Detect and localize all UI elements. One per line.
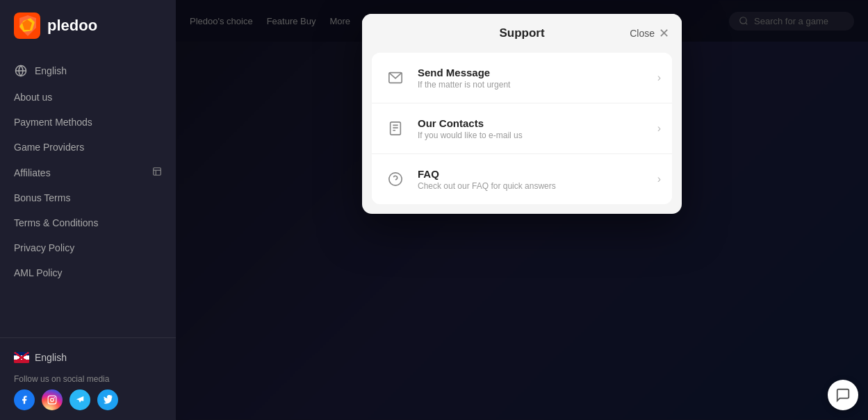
sidebar-item-label-game-providers: Game Providers [14,142,84,153]
telegram-icon[interactable] [69,389,90,410]
sidebar: pledoo English About us Payment Methods … [0,0,176,420]
send-message-subtitle: If the matter is not urgent [418,80,648,90]
mail-icon [383,65,408,90]
faq-content: FAQ Check out our FAQ for quick answers [418,168,648,191]
sidebar-footer: English Follow us on social media [0,337,176,420]
logo-icon [14,12,40,39]
sidebar-item-label-aml-policy: AML Policy [14,267,63,278]
support-faq[interactable]: FAQ Check out our FAQ for quick answers … [372,154,672,204]
twitter-icon[interactable] [97,389,118,410]
svg-point-10 [51,398,54,402]
sidebar-nav: English About us Payment Methods Game Pr… [0,51,176,337]
close-icon: ✕ [659,26,669,41]
document-icon [383,116,408,141]
sidebar-item-label-payment-methods: Payment Methods [14,117,92,128]
logo-text: pledoo [47,17,97,35]
sidebar-item-label-terms-conditions: Terms & Conditions [14,217,98,228]
svg-point-19 [389,173,402,185]
sidebar-item-label-about-us: About us [14,92,52,103]
send-message-content: Send Message If the matter is not urgent [418,67,648,90]
chat-icon [835,387,851,403]
modal-title: Support [499,26,544,40]
sidebar-item-game-providers[interactable]: Game Providers [0,135,176,160]
sidebar-language-label: English [35,352,67,363]
sidebar-item-english[interactable]: English [0,57,176,85]
sidebar-item-payment-methods[interactable]: Payment Methods [0,110,176,135]
svg-rect-9 [48,396,56,404]
flag-icon-uk [14,352,29,363]
support-our-contacts[interactable]: Our Contacts If you would like to e-mail… [372,103,672,154]
modal-close-button[interactable]: Close ✕ [630,26,669,41]
sidebar-logo[interactable]: pledoo [0,0,176,51]
svg-rect-6 [154,168,161,176]
our-contacts-subtitle: If you would like to e-mail us [418,131,648,140]
send-message-title: Send Message [418,67,648,78]
support-modal: Support Close ✕ Send Message If the matt… [362,14,682,214]
sidebar-item-affiliates[interactable]: Affiliates [0,160,176,185]
affiliates-badge [152,167,162,178]
faq-subtitle: Check out our FAQ for quick answers [418,181,648,191]
faq-title: FAQ [418,168,648,180]
sidebar-item-label-affiliates: Affiliates [14,167,51,178]
modal-close-label: Close [630,28,655,39]
svg-point-11 [54,397,55,398]
our-contacts-arrow: › [657,122,661,135]
modal-backdrop: Support Close ✕ Send Message If the matt… [176,0,868,420]
send-message-arrow: › [657,72,661,84]
sidebar-item-terms-conditions[interactable]: Terms & Conditions [0,210,176,235]
sidebar-item-bonus-terms[interactable]: Bonus Terms [0,185,176,210]
faq-arrow: › [657,173,661,185]
sidebar-item-privacy-policy[interactable]: Privacy Policy [0,235,176,260]
our-contacts-title: Our Contacts [418,117,648,129]
svg-rect-15 [391,122,401,135]
sidebar-item-about-us[interactable]: About us [0,85,176,110]
instagram-icon[interactable] [42,389,63,410]
sidebar-item-label-privacy-policy: Privacy Policy [14,242,74,253]
social-icons-container [14,389,162,410]
sidebar-language[interactable]: English [14,348,162,367]
sidebar-item-aml-policy[interactable]: AML Policy [0,260,176,285]
modal-body: Send Message If the matter is not urgent… [372,53,672,204]
globe-icon [14,64,28,78]
modal-header: Support Close ✕ [362,14,682,53]
sidebar-item-label-english: English [35,65,67,76]
facebook-icon[interactable] [14,389,35,410]
question-icon [383,167,408,192]
social-media-label: Follow us on social media [14,374,162,384]
chat-bubble[interactable] [828,380,858,410]
sidebar-item-label-bonus-terms: Bonus Terms [14,192,70,203]
our-contacts-content: Our Contacts If you would like to e-mail… [418,117,648,140]
support-send-message[interactable]: Send Message If the matter is not urgent… [372,53,672,103]
